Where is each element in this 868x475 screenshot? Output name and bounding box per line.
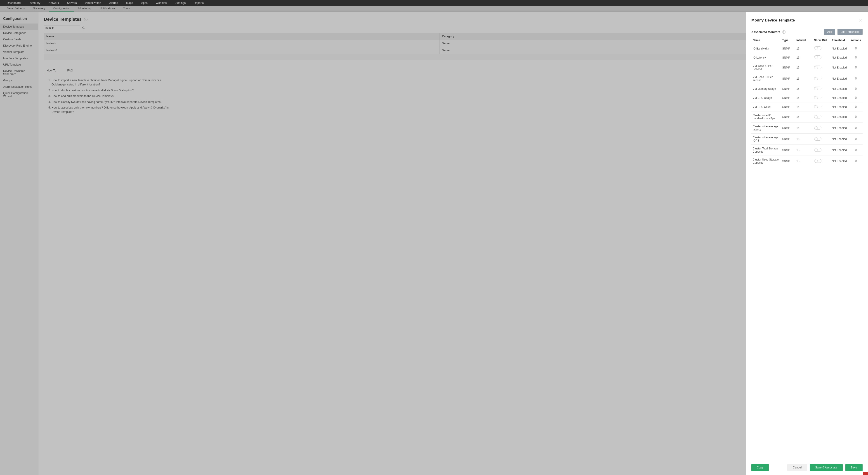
trash-icon[interactable] xyxy=(855,96,857,100)
trash-icon[interactable] xyxy=(855,88,857,91)
mon-threshold: Not Enabled xyxy=(831,84,849,93)
mon-type: SNMP xyxy=(781,145,795,156)
mon-type: SNMP xyxy=(781,112,795,122)
trash-icon[interactable] xyxy=(855,106,857,109)
monitor-row: Cluster wide average IOPSSNMP15Not Enabl… xyxy=(751,133,863,145)
modify-template-panel: Modify Device Template Associated Monito… xyxy=(746,12,868,475)
mon-interval: 15 xyxy=(795,145,813,156)
monitor-row: Cluster wide IO bandwidth in KBpsSNMP15N… xyxy=(751,112,863,122)
mon-name: Cluster wide IO bandwidth in KBps xyxy=(751,112,781,122)
mon-interval: 15 xyxy=(795,62,813,73)
mon-name: Cluster wide average IOPS xyxy=(751,133,781,145)
mon-name: Cluster Used Storage Capacity xyxy=(751,156,781,167)
mon-col-actions: Actions xyxy=(849,37,863,44)
trash-icon[interactable] xyxy=(855,56,857,59)
edit-thresholds-button[interactable]: Edit Thresholds xyxy=(837,29,863,35)
monitor-row: VM CPU UsageSNMP15Not Enabled xyxy=(751,93,863,102)
mon-threshold: Not Enabled xyxy=(831,145,849,156)
mon-name: Cluster Total Storage Capacity xyxy=(751,145,781,156)
overlay xyxy=(0,0,868,475)
trash-icon[interactable] xyxy=(855,138,857,141)
mon-name: IO Latency xyxy=(751,53,781,62)
trash-icon[interactable] xyxy=(855,66,857,69)
trash-icon[interactable] xyxy=(855,47,857,51)
trash-icon[interactable] xyxy=(855,160,857,163)
mon-type: SNMP xyxy=(781,102,795,112)
cancel-button[interactable]: Cancel xyxy=(787,464,807,471)
mon-interval: 15 xyxy=(795,133,813,145)
mon-threshold: Not Enabled xyxy=(831,93,849,102)
mon-type: SNMP xyxy=(781,53,795,62)
mon-type: SNMP xyxy=(781,44,795,53)
trash-icon[interactable] xyxy=(855,127,857,130)
mon-interval: 15 xyxy=(795,93,813,102)
monitor-row: Cluster Total Storage CapacitySNMP15Not … xyxy=(751,145,863,156)
mon-type: SNMP xyxy=(781,156,795,167)
show-dial-toggle[interactable] xyxy=(814,77,822,80)
mon-name: Cluster wide average latency xyxy=(751,122,781,133)
copy-button[interactable]: Copy xyxy=(751,464,769,471)
mon-interval: 15 xyxy=(795,73,813,84)
mon-threshold: Not Enabled xyxy=(831,112,849,122)
mon-threshold: Not Enabled xyxy=(831,44,849,53)
mon-interval: 15 xyxy=(795,122,813,133)
show-dial-toggle[interactable] xyxy=(814,96,822,99)
mon-type: SNMP xyxy=(781,133,795,145)
mon-interval: 15 xyxy=(795,53,813,62)
show-dial-toggle[interactable] xyxy=(814,159,822,163)
show-dial-toggle[interactable] xyxy=(814,137,822,141)
monitor-row: Cluster Used Storage CapacitySNMP15Not E… xyxy=(751,156,863,167)
mon-type: SNMP xyxy=(781,122,795,133)
mon-threshold: Not Enabled xyxy=(831,102,849,112)
mon-interval: 15 xyxy=(795,156,813,167)
show-dial-toggle[interactable] xyxy=(814,148,822,152)
mon-threshold: Not Enabled xyxy=(831,122,849,133)
trash-icon[interactable] xyxy=(855,77,857,81)
monitor-row: Cluster wide average latencySNMP15Not En… xyxy=(751,122,863,133)
monitor-row: VM CPU CountSNMP15Not Enabled xyxy=(751,102,863,112)
panel-subtitle: Associated Monitors xyxy=(751,30,780,34)
mon-name: VM Write IO Per Second xyxy=(751,62,781,73)
trash-icon[interactable] xyxy=(855,116,857,119)
show-dial-toggle[interactable] xyxy=(814,46,822,50)
show-dial-toggle[interactable] xyxy=(814,87,822,90)
show-dial-toggle[interactable] xyxy=(814,126,822,129)
monitor-row: VM Read IO Per secondSNMP15Not Enabled xyxy=(751,73,863,84)
show-dial-toggle[interactable] xyxy=(814,65,822,69)
mon-threshold: Not Enabled xyxy=(831,156,849,167)
mon-interval: 15 xyxy=(795,102,813,112)
monitor-row: VM Memory UsageSNMP15Not Enabled xyxy=(751,84,863,93)
help-icon[interactable]: ? xyxy=(782,30,785,34)
mon-col-name: Name xyxy=(751,37,781,44)
corner-tab[interactable] xyxy=(863,472,868,475)
mon-interval: 15 xyxy=(795,84,813,93)
show-dial-toggle[interactable] xyxy=(814,105,822,108)
mon-name: VM CPU Usage xyxy=(751,93,781,102)
mon-type: SNMP xyxy=(781,62,795,73)
mon-col-type: Type xyxy=(781,37,795,44)
close-icon[interactable] xyxy=(859,18,863,23)
mon-threshold: Not Enabled xyxy=(831,73,849,84)
mon-threshold: Not Enabled xyxy=(831,133,849,145)
mon-threshold: Not Enabled xyxy=(831,53,849,62)
monitor-row: IO LatencySNMP15Not Enabled xyxy=(751,53,863,62)
add-button[interactable]: Add xyxy=(824,29,835,35)
mon-col-threshold: Threshold xyxy=(831,37,849,44)
mon-col-interval: Interval xyxy=(795,37,813,44)
panel-title: Modify Device Template xyxy=(751,18,863,23)
save-button[interactable]: Save xyxy=(845,464,863,471)
mon-type: SNMP xyxy=(781,73,795,84)
mon-name: VM Memory Usage xyxy=(751,84,781,93)
show-dial-toggle[interactable] xyxy=(814,55,822,59)
mon-interval: 15 xyxy=(795,112,813,122)
monitor-row: IO BandwidthSNMP15Not Enabled xyxy=(751,44,863,53)
save-associate-button[interactable]: Save & Associate xyxy=(810,464,842,471)
mon-col-show-dial: Show Dial xyxy=(813,37,831,44)
trash-icon[interactable] xyxy=(855,149,857,152)
mon-type: SNMP xyxy=(781,84,795,93)
monitor-row: VM Write IO Per SecondSNMP15Not Enabled xyxy=(751,62,863,73)
mon-name: IO Bandwidth xyxy=(751,44,781,53)
show-dial-toggle[interactable] xyxy=(814,115,822,118)
mon-type: SNMP xyxy=(781,93,795,102)
mon-name: VM CPU Count xyxy=(751,102,781,112)
